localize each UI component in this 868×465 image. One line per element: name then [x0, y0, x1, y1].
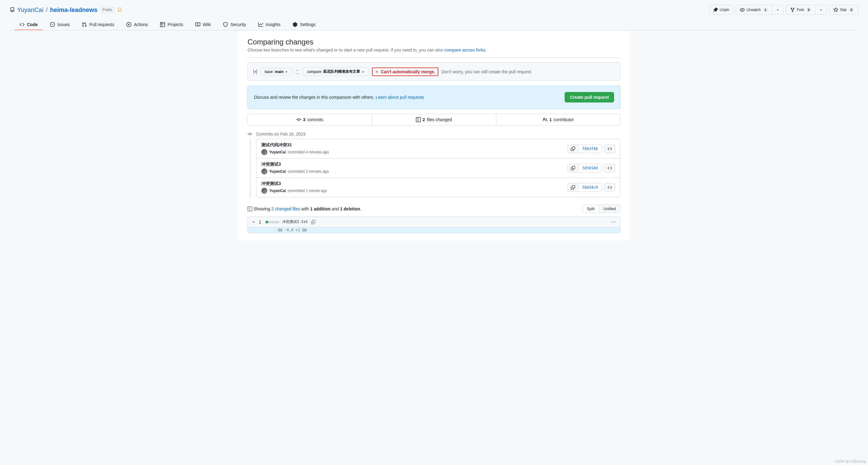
star-button[interactable]: Star 0	[829, 5, 858, 15]
commit-item: 冲突测试3 YuyanCai committed 2 minutes ago 3…	[256, 158, 620, 178]
page-title: Comparing changes	[248, 38, 620, 46]
owner-link[interactable]: YuyanCai	[17, 6, 43, 13]
stats-tabs: 3 commits 2 files changed 1 contributor	[248, 114, 620, 125]
tab-actions[interactable]: Actions	[121, 20, 153, 30]
commit-icon	[296, 117, 301, 122]
tab-pulls[interactable]: Pull requests	[77, 20, 119, 30]
pr-icon	[82, 22, 87, 27]
contributors-tab[interactable]: 1 contributor	[496, 114, 620, 125]
copy-icon[interactable]	[311, 220, 315, 224]
range-editor: base: main ←··· compare: 延迟队列精准发布文章 Can'…	[248, 63, 620, 81]
code-icon	[608, 147, 612, 151]
people-icon	[542, 117, 548, 122]
compare-icon[interactable]	[253, 69, 258, 74]
copy-icon	[571, 147, 575, 151]
repo-icon	[10, 7, 15, 12]
avatar[interactable]	[261, 168, 268, 175]
shield-icon	[223, 22, 228, 27]
split-view[interactable]: Split	[583, 205, 599, 213]
watch-dropdown[interactable]	[772, 5, 784, 15]
commit-meta-text: committed 2 minutes ago	[288, 169, 329, 174]
files-tab[interactable]: 2 files changed	[372, 114, 496, 125]
star-icon	[833, 7, 838, 12]
avatar[interactable]	[261, 149, 268, 155]
sha-link[interactable]: 3d3d18d	[578, 164, 601, 172]
sha-link[interactable]: f6b3f48	[578, 145, 601, 153]
tab-insights[interactable]: Insights	[253, 20, 285, 30]
pin-icon	[713, 7, 718, 12]
merge-after-text: Don't worry, you can still create the pu…	[441, 69, 532, 74]
commit-title[interactable]: 冲突测试3	[261, 162, 329, 167]
watch-count: 1	[763, 7, 768, 12]
browse-repo-button[interactable]	[604, 145, 615, 153]
unified-view[interactable]: Unified	[599, 205, 620, 213]
page-subtitle: Choose two branches to see what's change…	[248, 48, 620, 58]
commit-item: 冲突测试3 YuyanCai committed 1 minute ago 56…	[256, 178, 620, 197]
commit-title[interactable]: 冲突测试3	[261, 181, 327, 186]
bookmark-icon[interactable]	[117, 7, 122, 12]
play-icon	[126, 22, 131, 27]
pr-banner: Discuss and review the changes in this c…	[248, 86, 620, 109]
tab-settings[interactable]: Settings	[288, 20, 320, 30]
code-icon	[608, 185, 612, 190]
create-pr-button[interactable]: Create pull request	[565, 92, 614, 102]
tab-security[interactable]: Security	[218, 20, 251, 30]
file-changes-count: 1	[259, 220, 261, 224]
chevron-down-icon	[285, 70, 288, 73]
commit-icon	[248, 132, 252, 136]
compare-forks-link[interactable]: compare across forks	[444, 48, 486, 53]
commit-author[interactable]: YuyanCai	[269, 150, 286, 154]
book-icon	[195, 22, 200, 27]
visibility-label: Public	[100, 7, 115, 13]
copy-sha-button[interactable]	[568, 145, 578, 153]
table-icon	[160, 22, 165, 27]
code-icon	[608, 166, 612, 170]
file-diff-icon	[248, 207, 252, 211]
star-count: 0	[849, 7, 854, 12]
commits-tab[interactable]: 3 commits	[248, 114, 372, 125]
tab-code[interactable]: Code	[15, 20, 43, 30]
commit-item: 测试代码冲突31 YuyanCai committed 4 minutes ag…	[256, 139, 620, 158]
copy-sha-button[interactable]	[568, 164, 578, 172]
repo-nav: Code Issues Pull requests Actions Projec…	[10, 20, 858, 30]
unpin-button[interactable]: Unpin	[709, 5, 733, 15]
timeline-marker	[248, 132, 252, 136]
repo-link[interactable]: heima-leadnews	[50, 6, 97, 13]
file-menu[interactable]: ···	[611, 220, 617, 224]
avatar[interactable]	[261, 188, 268, 194]
eye-icon	[740, 7, 745, 12]
copy-icon	[571, 185, 575, 190]
tab-issues[interactable]: Issues	[45, 20, 74, 30]
fork-count: 0	[806, 7, 812, 12]
file-box: 1 冲突测试3.txt ··· @@ -0,0 +1 @@	[248, 217, 620, 233]
sep: /	[46, 6, 48, 13]
commit-meta-text: committed 4 minutes ago	[288, 150, 329, 154]
file-diff-icon	[416, 117, 421, 122]
arrow-icon: ←···	[296, 69, 300, 75]
commit-list: 测试代码冲突31 YuyanCai committed 4 minutes ag…	[256, 139, 620, 197]
diffstat-squares	[266, 221, 279, 223]
unwatch-button[interactable]: Unwatch 1	[736, 5, 772, 15]
copy-icon	[571, 166, 575, 170]
commit-meta-text: committed 1 minute ago	[288, 189, 327, 193]
fork-dropdown[interactable]	[815, 5, 827, 15]
commit-author[interactable]: YuyanCai	[269, 169, 286, 174]
browse-repo-button[interactable]	[604, 164, 615, 173]
learn-pr-link[interactable]: Learn about pull requests	[376, 95, 424, 100]
copy-sha-button[interactable]	[568, 183, 578, 191]
fork-icon	[790, 7, 795, 12]
compare-branch-select[interactable]: compare: 延迟队列精准发布文章	[303, 67, 369, 76]
commit-author[interactable]: YuyanCai	[269, 189, 286, 193]
commits-date: Commits on Feb 16, 2023	[254, 130, 620, 139]
changed-files-link[interactable]: 2 changed files	[271, 207, 300, 211]
chevron-down-icon[interactable]	[251, 220, 256, 224]
sha-link[interactable]: 56d34c9	[578, 183, 601, 191]
tab-wiki[interactable]: Wiki	[190, 20, 216, 30]
commit-title[interactable]: 测试代码冲突31	[261, 142, 329, 148]
browse-repo-button[interactable]	[604, 183, 615, 192]
tab-projects[interactable]: Projects	[155, 20, 188, 30]
code-icon	[20, 22, 25, 27]
base-branch-select[interactable]: base: main	[261, 68, 292, 76]
fork-button[interactable]: Fork 0	[786, 5, 815, 15]
file-name[interactable]: 冲突测试3.txt	[282, 219, 308, 224]
